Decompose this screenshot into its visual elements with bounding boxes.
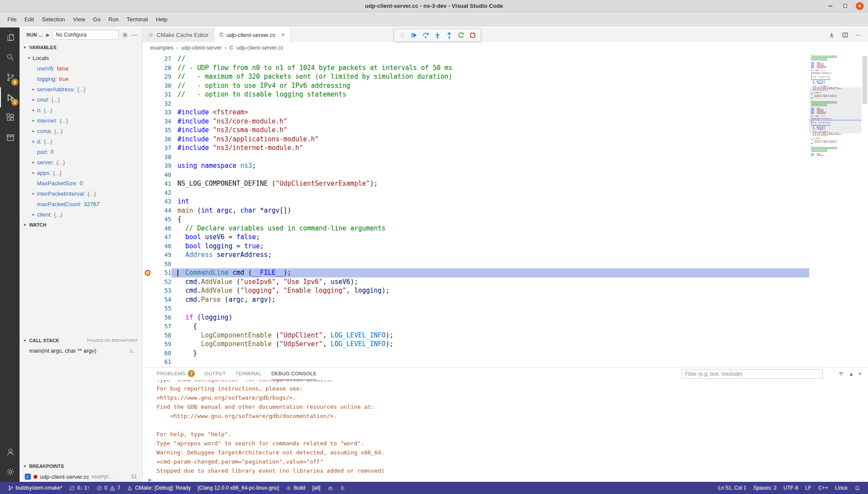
scrollbar-thumb[interactable] [862,56,867,104]
split-editor-icon[interactable] [842,32,848,38]
code-line[interactable]: 27// [143,54,809,63]
code-line[interactable]: 41NS_LOG_COMPONENT_DEFINE ("UdpClientSer… [143,179,809,188]
code-line[interactable]: 49 Address serverAddress; [143,250,809,260]
source-control-activity-button[interactable]: 6 [0,67,20,87]
code-line[interactable]: 60 } [143,349,809,358]
code-line[interactable]: 29// - maximum of 320 packets sent (or l… [143,72,809,81]
code-line[interactable]: 61 [143,357,809,367]
glyph-margin[interactable] [143,206,154,215]
menu-view[interactable]: View [69,14,89,25]
code-line[interactable]: 45{ [143,215,809,224]
tab-terminal[interactable]: TERMINAL [235,367,262,380]
start-debug-button[interactable]: ▶ [46,32,50,38]
glyph-margin[interactable] [143,72,154,81]
glyph-margin[interactable] [143,313,154,322]
editor-scrollbar[interactable] [861,53,868,367]
variable-row[interactable]: ▸n:{...} [20,105,142,115]
debug-settings-button[interactable] [122,32,128,38]
menu-go[interactable]: Go [89,14,104,25]
tab-debug-console[interactable]: DEBUG CONSOLE [271,367,317,380]
code-line[interactable]: 37#include "ns3/internet-module.h" [143,144,809,153]
code-line[interactable]: 34#include "ns3/core-module.h" [143,117,809,126]
variable-row[interactable]: MaxPacketSize:0 [20,178,142,188]
glyph-margin[interactable] [143,81,154,90]
status-debug-button[interactable] [324,482,337,494]
glyph-margin[interactable] [143,286,154,295]
search-activity-button[interactable] [0,47,20,67]
code-line[interactable]: 38 [143,153,809,162]
glyph-margin[interactable] [143,144,154,153]
glyph-margin[interactable] [143,63,154,73]
breakpoint-checkbox[interactable]: ✓ [25,474,31,480]
glyph-margin[interactable] [143,357,154,367]
variable-row[interactable]: maxPacketCount:32767 [20,199,142,209]
status-build-button[interactable]: Build [282,482,309,494]
menu-terminal[interactable]: Terminal [123,14,152,25]
variable-row[interactable]: ▸server:{...} [20,157,142,167]
debug-console[interactable]: Type "show configuration" for configurat… [143,380,868,482]
call-stack-section-header[interactable]: ▾ CALL STACK PAUSED ON BREAKPOINT [20,335,142,346]
extensions-activity-button[interactable] [0,107,20,127]
menu-file[interactable]: File [3,14,20,25]
status-cmake[interactable]: CMake: [Debug]: Ready [124,482,194,494]
glyph-margin[interactable] [143,54,154,63]
glyph-margin[interactable] [143,233,154,242]
code-line[interactable]: 32 [143,99,809,108]
glyph-margin[interactable] [143,250,154,260]
status-eol[interactable]: LF [802,482,815,494]
stop-button[interactable] [467,30,478,40]
glyph-margin[interactable] [143,117,154,126]
code-editor[interactable]: 27//28// - UDP flow from n0 to n1 of 102… [143,53,868,367]
chevron-right-icon[interactable]: ▸ [30,212,37,217]
continue-button[interactable] [409,30,419,40]
variable-row[interactable]: useV6:false [20,63,142,73]
glyph-margin[interactable] [143,242,154,251]
step-over-button[interactable] [421,30,431,40]
code-line[interactable]: 28// - UDP flow from n0 to n1 of 1024 by… [143,63,809,73]
variable-row[interactable]: ▸internet:{...} [20,115,142,126]
code-line[interactable]: 40 [143,170,809,180]
code-line[interactable]: 54 cmd.Parse (argc, argv); [143,295,809,304]
manage-button[interactable] [0,462,20,482]
code-line[interactable]: 43int [143,197,809,206]
glyph-margin[interactable] [143,304,154,313]
console-input-row[interactable]: > [143,475,868,482]
tab-output[interactable]: OUTPUT [204,367,226,380]
status-build-target[interactable]: [all] [309,482,324,494]
glyph-margin[interactable] [143,215,154,224]
run-debug-activity-button[interactable]: 1 [0,87,20,107]
menu-run[interactable]: Run [104,14,123,25]
code-line[interactable]: 35#include "ns3/csma-module.h" [143,126,809,135]
chevron-right-icon[interactable]: ▸ [30,170,37,175]
chevron-right-icon[interactable]: ▸ [30,139,37,144]
code-line[interactable]: 48 bool logging = true; [143,242,809,251]
glyph-margin[interactable] [143,126,154,135]
restart-button[interactable] [456,30,466,40]
glyph-margin[interactable] [143,161,154,170]
status-problems[interactable]: 0 7 [93,482,124,494]
breakpoint-row[interactable]: ✓ udp-client-server.cc exampl… 51 [20,471,142,482]
code-line[interactable]: 36#include "ns3/applications-module.h" [143,135,809,144]
tab-problems[interactable]: PROBLEMS 7 [157,367,195,380]
status-kit[interactable]: [Clang 12.0.0 x86_64-pc-linux-gnu] [194,482,283,494]
glyph-margin[interactable] [143,135,154,144]
variable-row[interactable]: logging:true [20,73,142,84]
glyph-margin[interactable] [143,179,154,188]
code-line[interactable]: 51 CommandLine cmd (__FILE__); [143,268,809,277]
menu-selection[interactable]: Selection [38,14,69,25]
glyph-margin[interactable] [143,331,154,340]
step-into-button[interactable] [432,30,443,40]
close-button[interactable]: × [856,2,864,10]
chevron-right-icon[interactable]: ▸ [30,129,37,133]
maximize-panel-icon[interactable]: ▴ [850,370,853,377]
views-more-actions-button[interactable]: ⋯ [131,31,138,38]
variable-row[interactable]: port:0 [20,147,142,157]
minimap[interactable] [809,53,861,367]
glyph-margin[interactable] [143,153,154,162]
status-os[interactable]: Linux [831,482,851,494]
status-language[interactable]: C++ [815,482,832,494]
code-line[interactable]: 52 cmd.AddValue ("useIpv6", "Use Ipv6", … [143,277,809,287]
code-line[interactable]: 39using namespace ns3; [143,161,809,170]
launch-config-dropdown[interactable]: No Configura ▾ [53,30,119,40]
chevron-right-icon[interactable]: ▸ [30,160,37,164]
